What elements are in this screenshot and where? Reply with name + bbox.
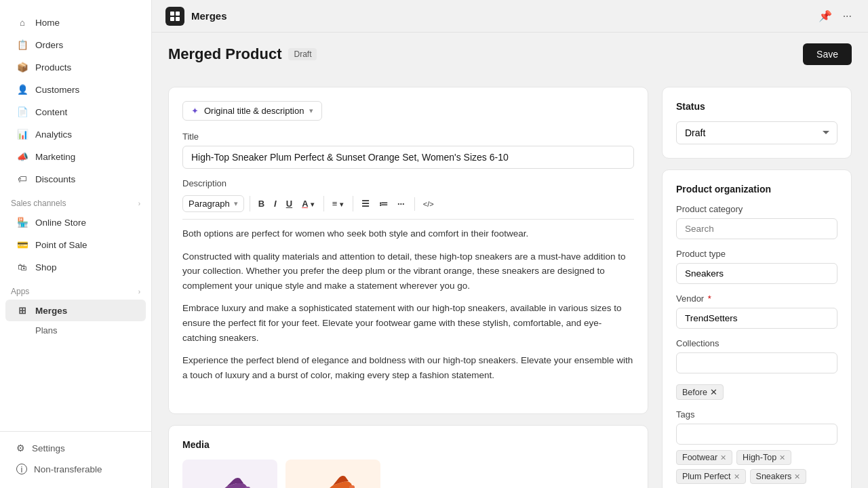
sidebar-item-home[interactable]: ⌂ Home (5, 12, 146, 33)
collection-tag-before: Before ✕ (676, 384, 724, 400)
tags-input[interactable] (676, 424, 837, 445)
status-card: Status Draft Active Archived (662, 87, 852, 159)
settings-icon: ⚙ (16, 443, 25, 453)
align-button[interactable]: ≡ ▾ (328, 196, 347, 211)
apps-chevron-icon: › (138, 288, 140, 296)
more-button[interactable]: ··· (840, 7, 854, 25)
sidebar-item-content[interactable]: 📄 Content (5, 101, 146, 123)
page-header-left: Merged Product Draft (168, 45, 317, 63)
customers-icon: 👤 (16, 83, 28, 96)
analytics-icon: 📊 (16, 128, 28, 140)
category-search[interactable] (676, 218, 837, 239)
sidebar-item-marketing[interactable]: 📣 Marketing (5, 146, 146, 167)
more-format-button[interactable]: ··· (393, 196, 409, 211)
required-star: * (705, 293, 711, 304)
shop-icon: 🛍 (16, 261, 28, 273)
format-toolbar-group: B I U A ▾ (250, 196, 318, 211)
desc-para-1: Both options are perfect for women who s… (182, 226, 634, 241)
apps-section[interactable]: Apps › (0, 279, 151, 299)
product-type-group: Product type (676, 249, 837, 284)
category-label: Product category (676, 204, 837, 214)
sidebar-item-settings[interactable]: ⚙ Settings (5, 438, 146, 458)
products-icon: 📦 (16, 61, 28, 73)
sidebar-item-shop[interactable]: 🛍 Shop (5, 256, 146, 278)
sales-channels-section[interactable]: Sales channels › (0, 190, 151, 211)
tags-container: Footwear ✕ High-Top ✕ Plum Perfect ✕ S (676, 450, 837, 488)
unordered-list-button[interactable]: ☰ (357, 196, 374, 211)
remove-plum-perfect-tag[interactable]: ✕ (734, 472, 740, 481)
media-title: Media (182, 439, 634, 450)
page-header: Merged Product Draft Save (152, 33, 868, 70)
right-column: Status Draft Active Archived Product org… (662, 87, 852, 472)
collections-group: Collections Before ✕ (676, 338, 837, 400)
product-type-input[interactable] (676, 263, 837, 284)
title-description-card: ✦ Original title & description ▾ Title D… (168, 87, 648, 414)
collection-tags: Before ✕ (676, 379, 837, 400)
collections-label: Collections (676, 338, 837, 348)
sidebar-item-non-transferable[interactable]: i Non-transferable (5, 459, 146, 479)
tag-footwear: Footwear ✕ (676, 450, 732, 465)
remove-before-tag[interactable]: ✕ (710, 387, 717, 397)
pos-icon: 💳 (16, 239, 28, 251)
desc-para-3: Embrace luxury and make a sophisticated … (182, 301, 634, 345)
color-chevron-icon: ▾ (311, 201, 314, 208)
description-content[interactable]: Both options are perfect for women who s… (182, 226, 634, 390)
svg-rect-2 (170, 17, 174, 21)
sidebar-sub-item-plans[interactable]: Plans (5, 322, 146, 339)
sidebar-item-products[interactable]: 📦 Products (5, 56, 146, 78)
sidebar-item-merges[interactable]: ⊞ Merges (5, 300, 146, 321)
tag-sneakers: Sneakers ✕ (750, 469, 807, 484)
title-input[interactable] (182, 146, 634, 169)
remove-sneakers-tag[interactable]: ✕ (794, 472, 800, 481)
italic-button[interactable]: I (270, 196, 281, 211)
status-select[interactable]: Draft Active Archived (676, 121, 837, 144)
status-badge: Draft (288, 48, 317, 60)
svg-rect-0 (170, 12, 174, 16)
sidebar-item-discounts[interactable]: 🏷 Discounts (5, 168, 146, 190)
page-title: Merged Product (168, 45, 281, 63)
paragraph-select[interactable]: Paragraph ▾ (182, 195, 244, 212)
organization-title: Product organization (676, 184, 837, 195)
bold-button[interactable]: B (254, 196, 269, 211)
sidebar-item-customers[interactable]: 👤 Customers (5, 79, 146, 100)
chevron-icon: › (138, 200, 140, 207)
code-button[interactable]: </> (419, 197, 438, 211)
sidebar-item-orders[interactable]: 📋 Orders (5, 34, 146, 56)
list-toolbar-group: ☰ ≔ ··· (353, 196, 409, 211)
top-bar-left: Merges (165, 7, 227, 26)
tag-plum-perfect: Plum Perfect ✕ (676, 469, 746, 484)
ordered-list-button[interactable]: ≔ (375, 196, 392, 211)
color-button[interactable]: A ▾ (298, 196, 318, 211)
vendor-label: Vendor * (676, 293, 837, 304)
status-title: Status (676, 101, 837, 112)
media-thumb-orange[interactable] (285, 460, 380, 488)
vendor-input[interactable] (676, 308, 837, 329)
tag-high-top: High-Top ✕ (736, 450, 791, 465)
media-previews (182, 460, 634, 488)
save-button[interactable]: Save (803, 43, 852, 65)
sidebar-item-pos[interactable]: 💳 Point of Sale (5, 234, 146, 256)
sidebar-item-online-store[interactable]: 🏪 Online Store (5, 211, 146, 233)
collections-input[interactable] (676, 352, 837, 373)
tags-group: Tags Footwear ✕ High-Top ✕ Plum Perfect (676, 409, 837, 488)
tags-label: Tags (676, 409, 837, 420)
title-desc-dropdown[interactable]: ✦ Original title & description ▾ (182, 101, 322, 121)
merges-icon: ⊞ (16, 304, 28, 317)
product-type-label: Product type (676, 249, 837, 259)
organization-card: Product organization Product category Pr… (662, 169, 852, 488)
underline-button[interactable]: U (282, 196, 296, 211)
top-bar-right: 📌 ··· (816, 7, 854, 25)
media-thumb-purple[interactable] (182, 460, 277, 488)
svg-rect-3 (176, 17, 180, 21)
home-icon: ⌂ (16, 16, 28, 28)
sidebar-item-analytics[interactable]: 📊 Analytics (5, 123, 146, 145)
orders-icon: 📋 (16, 39, 28, 51)
main-area: Merges 📌 ··· Merged Product Draft Save ✦… (152, 0, 868, 488)
desc-para-2: Constructed with quality materials and a… (182, 249, 634, 293)
pin-button[interactable]: 📌 (816, 7, 835, 25)
top-bar: Merges 📌 ··· (152, 0, 868, 33)
svg-rect-1 (176, 12, 180, 16)
remove-footwear-tag[interactable]: ✕ (720, 453, 726, 462)
marketing-icon: 📣 (16, 150, 28, 163)
remove-high-top-tag[interactable]: ✕ (779, 453, 785, 462)
